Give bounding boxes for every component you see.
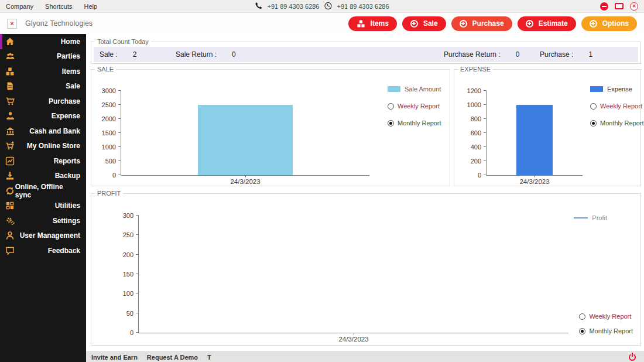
- sidebar-item-parties[interactable]: Parties: [0, 49, 86, 64]
- options-button[interactable]: Options: [581, 16, 637, 31]
- summary-strip: Sale :2Sale Return :0Purchase Return :0P…: [94, 47, 638, 62]
- profit-chart-panel: PROFIT 05010015020025030024/3/2023 Profi…: [91, 190, 641, 346]
- profit-line-chart: 05010015020025030024/3/2023: [138, 216, 568, 333]
- quick-action-buttons: ItemsSalePurchaseEstimateOptions: [348, 16, 644, 31]
- power-button[interactable]: [629, 354, 644, 361]
- settings-icon: [5, 216, 15, 226]
- backup-icon: [5, 171, 15, 180]
- sidebar-item-utilities[interactable]: Utilities: [0, 199, 86, 214]
- whatsapp-icon: [324, 2, 333, 11]
- y-axis-tick-label: 300: [123, 213, 133, 219]
- y-axis-tick-label: 1500: [102, 130, 116, 136]
- sidebar-item-label: My Online Store: [27, 142, 80, 150]
- y-axis-tick-label: 100: [123, 291, 133, 297]
- y-axis-tick: [136, 215, 139, 216]
- expense-monthly-report-radio[interactable]: Monthly Report: [590, 119, 644, 127]
- y-axis-tick: [118, 104, 121, 105]
- sale-button[interactable]: Sale: [402, 16, 446, 31]
- profit-monthly-report-radio[interactable]: Monthly Report: [579, 327, 633, 334]
- stat-value: 0: [516, 50, 520, 59]
- sale-amount-swatch: [388, 86, 400, 92]
- sale-monthly-report-radio[interactable]: Monthly Report: [388, 119, 441, 127]
- sidebar-item-sale[interactable]: Sale: [0, 79, 86, 94]
- status-bar: Invite and Earn Request A Demo T: [86, 351, 644, 362]
- sync-icon: [5, 186, 15, 196]
- stat-value: 1: [588, 50, 592, 59]
- action-button-label: Purchase: [472, 19, 504, 28]
- sidebar-item-home[interactable]: Home: [0, 34, 86, 49]
- purchase-button[interactable]: Purchase: [451, 16, 512, 31]
- estimate-button[interactable]: Estimate: [518, 16, 576, 31]
- x-axis-date-label: 24/3/2023: [230, 178, 260, 185]
- profit-legend: Profit: [574, 214, 607, 221]
- stat-sale-return: Sale Return :0: [176, 50, 236, 59]
- sidebar-item-label: User Management: [20, 231, 80, 240]
- phone-number: +91 89 4303 6286: [267, 3, 319, 10]
- menu-help[interactable]: Help: [84, 3, 98, 10]
- profit-weekly-report-radio[interactable]: Weekly Report: [579, 313, 633, 320]
- y-axis-tick-label: 0: [478, 172, 481, 179]
- sidebar-item-items[interactable]: Items: [0, 64, 86, 79]
- x-axis-tick: [535, 175, 535, 177]
- sale-weekly-report-radio[interactable]: Weekly Report: [388, 103, 441, 110]
- sale-panel-title: SALE: [95, 66, 116, 73]
- invite-and-earn-link[interactable]: Invite and Earn: [91, 354, 138, 361]
- sidebar-item-purchase[interactable]: Purchase: [0, 94, 86, 109]
- radio-icon[interactable]: [388, 120, 394, 127]
- y-axis-tick-label: 1000: [467, 102, 481, 108]
- status-t-link[interactable]: T: [207, 354, 211, 361]
- sidebar-item-label: Parties: [57, 52, 80, 60]
- items-button[interactable]: Items: [348, 16, 397, 31]
- y-axis-tick: [484, 160, 487, 161]
- stat-value: 2: [133, 50, 137, 59]
- sale-bar-chart: 05001000150020002500300024/3/2023: [121, 91, 369, 176]
- sidebar-item-reports[interactable]: Reports: [0, 153, 86, 169]
- phone-icon: [255, 2, 262, 11]
- request-a-demo-link[interactable]: Request A Demo: [147, 354, 198, 361]
- sidebar-item-feedback[interactable]: Feedback: [0, 243, 86, 258]
- x-axis-tick: [245, 175, 246, 177]
- y-axis-tick: [118, 132, 121, 133]
- sidebar-item-label: Settings: [53, 217, 80, 225]
- close-icon[interactable]: [630, 2, 638, 11]
- action-button-label: Options: [602, 19, 629, 28]
- reports-icon: [5, 156, 15, 166]
- sidebar-item-backup[interactable]: Backup: [0, 169, 86, 184]
- plus-circle-icon: [410, 20, 418, 28]
- items-icon: [357, 19, 365, 28]
- main-content: Total Count Today Sale :2Sale Return :0P…: [86, 34, 644, 351]
- total-count-legend: Total Count Today: [95, 38, 151, 45]
- sidebar-item-my-online-store[interactable]: My Online Store: [0, 139, 86, 154]
- sidebar-item-online-offline-sync[interactable]: Online, Offline sync: [0, 183, 86, 199]
- sidebar-item-label: Backup: [55, 172, 80, 180]
- sidebar-item-cash-and-bank[interactable]: Cash and Bank: [0, 124, 86, 139]
- plus-circle-icon: [590, 20, 597, 28]
- menu-shortcuts[interactable]: Shortcuts: [45, 3, 72, 10]
- menu-company[interactable]: Company: [6, 3, 33, 10]
- expense-swatch: [590, 86, 603, 92]
- radio-icon[interactable]: [590, 120, 597, 127]
- sale-chart-legend: Sale Amount Weekly Report Monthly Report: [388, 86, 441, 127]
- stat-sale: Sale :2: [100, 50, 136, 59]
- maximize-icon[interactable]: [615, 3, 624, 9]
- company-logo-placeholder-icon: [7, 19, 17, 29]
- sidebar-item-label: Reports: [54, 157, 80, 165]
- radio-icon[interactable]: [579, 313, 585, 320]
- sidebar-item-expense[interactable]: Expense: [0, 109, 86, 124]
- minimize-icon[interactable]: [600, 2, 608, 11]
- profit-report-radios: Weekly Report Monthly Report: [579, 313, 633, 334]
- sidebar-item-settings[interactable]: Settings: [0, 213, 86, 228]
- sidebar-item-user-management[interactable]: User Management: [0, 228, 86, 244]
- radio-icon[interactable]: [388, 103, 394, 110]
- y-axis-tick-label: 1200: [467, 88, 481, 94]
- y-axis-tick-label: 200: [123, 251, 133, 258]
- expense-weekly-report-radio[interactable]: Weekly Report: [590, 103, 644, 110]
- radio-icon[interactable]: [590, 103, 597, 110]
- y-axis-tick: [484, 104, 487, 105]
- window-controls: [600, 2, 644, 11]
- radio-icon[interactable]: [579, 328, 585, 334]
- sidebar-item-label: Items: [62, 67, 80, 76]
- sidebar-item-label: Home: [61, 37, 80, 46]
- y-axis-tick-label: 1000: [102, 144, 116, 151]
- stat-label: Purchase Return :: [444, 50, 501, 59]
